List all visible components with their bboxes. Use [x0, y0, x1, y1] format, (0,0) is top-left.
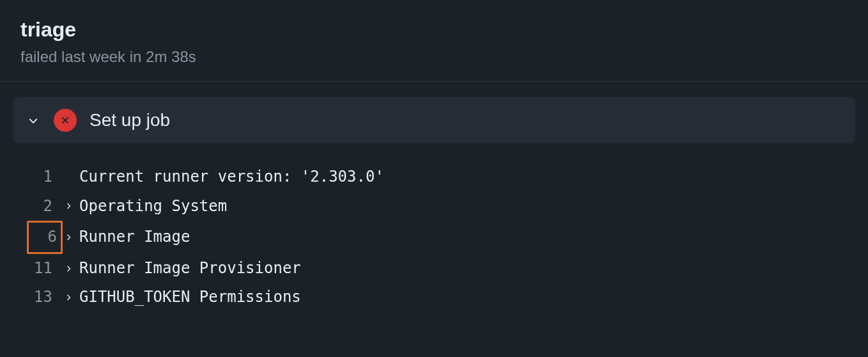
line-number[interactable]: 6 [27, 221, 63, 254]
chevron-down-icon [26, 113, 41, 128]
line-number[interactable]: 11 [26, 254, 64, 283]
log-line[interactable]: 2Operating System [26, 192, 842, 221]
step-header-row[interactable]: Set up job [13, 97, 855, 143]
job-status-text: failed last week in 2m 38s [20, 48, 848, 66]
job-header: triage failed last week in 2m 38s [0, 0, 868, 82]
caret-right-icon [64, 264, 79, 273]
log-line-text: Current runner version: '2.303.0' [79, 163, 384, 192]
log-line[interactable]: 6Runner Image [26, 221, 842, 254]
caret-right-icon [64, 233, 79, 242]
caret-right-icon [64, 293, 79, 302]
job-title: triage [20, 18, 848, 42]
log-output: 1Current runner version: '2.303.0'2Opera… [13, 143, 855, 312]
log-line-text: Runner Image [79, 223, 190, 252]
line-number[interactable]: 13 [26, 283, 64, 312]
line-number[interactable]: 1 [26, 163, 64, 192]
log-line[interactable]: 11Runner Image Provisioner [26, 254, 842, 283]
step-container: Set up job 1Current runner version: '2.3… [0, 82, 868, 312]
line-number[interactable]: 2 [26, 192, 64, 221]
log-line: 1Current runner version: '2.303.0' [26, 163, 842, 192]
error-icon [54, 109, 77, 132]
log-line-text: GITHUB_TOKEN Permissions [79, 283, 301, 312]
log-line-text: Runner Image Provisioner [79, 254, 301, 283]
step-title: Set up job [89, 110, 170, 131]
caret-right-icon [64, 202, 79, 210]
log-line[interactable]: 13GITHUB_TOKEN Permissions [26, 283, 842, 312]
log-line-text: Operating System [79, 192, 227, 221]
